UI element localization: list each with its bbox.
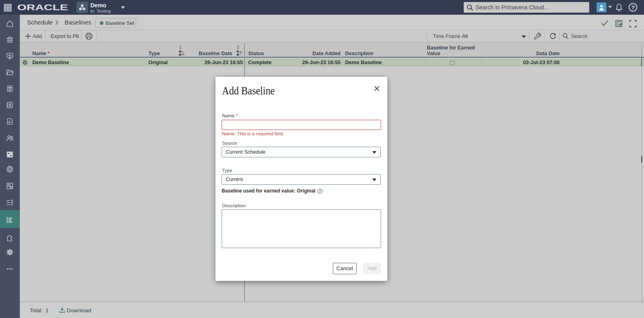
svg-text:?: ? (631, 4, 635, 11)
svg-text:?: ? (319, 189, 321, 193)
